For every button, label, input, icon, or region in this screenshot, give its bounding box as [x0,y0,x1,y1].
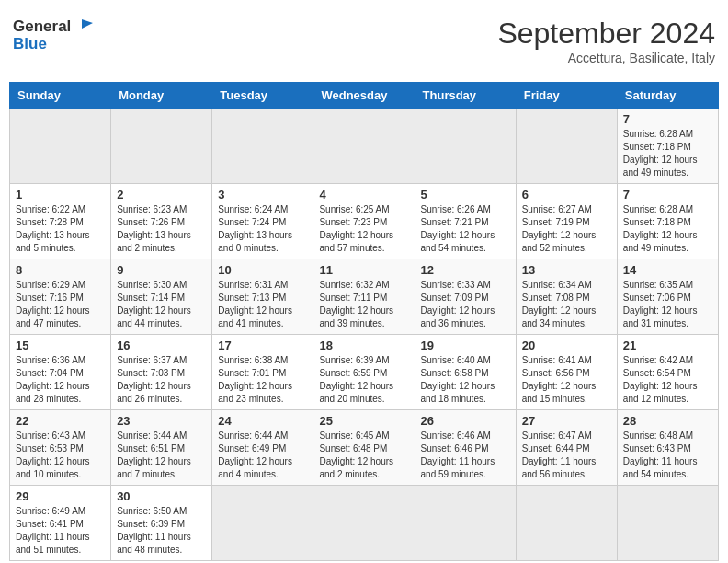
day-info: Sunrise: 6:50 AM Sunset: 6:39 PM Dayligh… [117,505,206,557]
calendar-cell-day-29: 29 Sunrise: 6:49 AM Sunset: 6:41 PM Dayl… [10,486,111,561]
day-number: 24 [218,414,307,428]
sunset-text: Sunset: 6:39 PM [117,518,206,531]
daylight-text: Daylight: 11 hours and 56 minutes. [522,455,611,481]
title-area: September 2024 Accettura, Basilicate, It… [497,17,715,65]
calendar-cell-day-2: 2 Sunrise: 6:23 AM Sunset: 7:26 PM Dayli… [111,184,212,259]
daylight-text: Daylight: 12 hours and 28 minutes. [16,380,105,406]
calendar-cell-day-9: 9 Sunrise: 6:30 AM Sunset: 7:14 PM Dayli… [111,259,212,335]
day-number: 25 [319,414,408,428]
day-number: 15 [16,339,105,352]
day-number: 6 [522,188,611,201]
sunrise-text: Sunrise: 6:35 AM [623,279,712,292]
calendar-cell-day-14: 14 Sunrise: 6:35 AM Sunset: 7:06 PM Dayl… [617,259,718,335]
day-number: 12 [421,263,510,277]
calendar-cell-day-27: 27 Sunrise: 6:47 AM Sunset: 6:44 PM Dayl… [516,410,617,486]
calendar-cell-day-18: 18 Sunrise: 6:39 AM Sunset: 6:59 PM Dayl… [313,335,415,410]
day-info: Sunrise: 6:31 AM Sunset: 7:13 PM Dayligh… [218,279,307,330]
sunrise-text: Sunrise: 6:36 AM [16,354,105,367]
daylight-text: Daylight: 13 hours and 5 minutes. [16,229,105,255]
calendar-cell-day-28: 28 Sunrise: 6:48 AM Sunset: 6:43 PM Dayl… [617,410,718,486]
sunrise-text: Sunrise: 6:30 AM [117,279,206,292]
sunset-text: Sunset: 6:43 PM [623,442,712,455]
daylight-text: Daylight: 12 hours and 4 minutes. [218,455,307,481]
day-number: 11 [319,263,408,277]
sunset-text: Sunset: 6:54 PM [623,367,712,380]
sunset-text: Sunset: 6:58 PM [421,367,510,380]
daylight-text: Daylight: 13 hours and 0 minutes. [218,229,307,255]
daylight-text: Daylight: 12 hours and 31 minutes. [623,304,712,330]
day-info: Sunrise: 6:23 AM Sunset: 7:26 PM Dayligh… [117,203,206,255]
daylight-text: Daylight: 11 hours and 54 minutes. [623,455,712,481]
sunrise-text: Sunrise: 6:26 AM [421,203,510,216]
day-number: 18 [319,339,408,352]
daylight-text: Daylight: 12 hours and 47 minutes. [16,304,105,330]
daylight-text: Daylight: 12 hours and 49 minutes. [623,154,712,179]
day-number: 28 [623,414,712,428]
day-info: Sunrise: 6:42 AM Sunset: 6:54 PM Dayligh… [623,354,712,406]
calendar-cell-day-15: 15 Sunrise: 6:36 AM Sunset: 7:04 PM Dayl… [10,335,111,410]
weekday-header-saturday: Saturday [617,83,718,109]
logo-blue-text: Blue [13,35,95,53]
day-info: Sunrise: 6:37 AM Sunset: 7:03 PM Dayligh… [117,354,206,406]
sunrise-text: Sunrise: 6:49 AM [16,505,105,518]
sunset-text: Sunset: 7:24 PM [218,216,307,229]
weekday-header-sunday: Sunday [10,83,111,109]
day-number: 23 [117,414,206,428]
calendar-cell-empty [415,486,516,561]
calendar-cell-day-12: 12 Sunrise: 6:33 AM Sunset: 7:09 PM Dayl… [415,259,516,335]
daylight-text: Daylight: 12 hours and 49 minutes. [623,229,712,255]
daylight-text: Daylight: 12 hours and 57 minutes. [319,229,408,255]
sunrise-text: Sunrise: 6:25 AM [319,203,408,216]
sunset-text: Sunset: 7:04 PM [16,367,105,380]
calendar-cell-day-7: 7 Sunrise: 6:28 AM Sunset: 7:18 PM Dayli… [617,109,718,184]
day-info: Sunrise: 6:44 AM Sunset: 6:49 PM Dayligh… [218,430,307,481]
sunset-text: Sunset: 7:28 PM [16,216,105,229]
sunrise-text: Sunrise: 6:48 AM [623,430,712,442]
daylight-text: Daylight: 12 hours and 18 minutes. [421,380,510,406]
sunset-text: Sunset: 7:26 PM [117,216,206,229]
logo-flag-icon [74,17,95,37]
calendar-cell-day-16: 16 Sunrise: 6:37 AM Sunset: 7:03 PM Dayl… [111,335,212,410]
calendar-cell-empty [313,109,415,184]
sunset-text: Sunset: 6:59 PM [319,367,408,380]
calendar-cell-day-13: 13 Sunrise: 6:34 AM Sunset: 7:08 PM Dayl… [516,259,617,335]
sunset-text: Sunset: 6:51 PM [117,442,206,455]
daylight-text: Daylight: 12 hours and 54 minutes. [421,229,510,255]
location-title: Accettura, Basilicate, Italy [497,51,715,65]
sunrise-text: Sunrise: 6:50 AM [117,505,206,518]
sunrise-text: Sunrise: 6:34 AM [522,279,611,292]
day-info: Sunrise: 6:27 AM Sunset: 7:19 PM Dayligh… [522,203,611,255]
daylight-text: Daylight: 11 hours and 51 minutes. [16,531,105,557]
sunrise-text: Sunrise: 6:38 AM [218,354,307,367]
daylight-text: Daylight: 12 hours and 41 minutes. [218,304,307,330]
day-info: Sunrise: 6:28 AM Sunset: 7:18 PM Dayligh… [623,203,712,255]
weekday-header-wednesday: Wednesday [313,83,415,109]
calendar-cell-day-11: 11 Sunrise: 6:32 AM Sunset: 7:11 PM Dayl… [313,259,415,335]
calendar-row-0: 7 Sunrise: 6:28 AM Sunset: 7:18 PM Dayli… [10,109,719,184]
daylight-text: Daylight: 11 hours and 59 minutes. [421,455,510,481]
day-number: 17 [218,339,307,352]
day-info: Sunrise: 6:39 AM Sunset: 6:59 PM Dayligh… [319,354,408,406]
calendar-cell-day-6: 6 Sunrise: 6:27 AM Sunset: 7:19 PM Dayli… [516,184,617,259]
daylight-text: Daylight: 12 hours and 39 minutes. [319,304,408,330]
calendar-cell-day-21: 21 Sunrise: 6:42 AM Sunset: 6:54 PM Dayl… [617,335,718,410]
day-number: 7 [623,188,712,201]
sunset-text: Sunset: 7:03 PM [117,367,206,380]
sunrise-text: Sunrise: 6:32 AM [319,279,408,292]
sunrise-text: Sunrise: 6:23 AM [117,203,206,216]
logo-general-text: General [13,17,71,36]
calendar-cell-day-23: 23 Sunrise: 6:44 AM Sunset: 6:51 PM Dayl… [111,410,212,486]
sunrise-text: Sunrise: 6:33 AM [421,279,510,292]
day-info: Sunrise: 6:30 AM Sunset: 7:14 PM Dayligh… [117,279,206,330]
sunrise-text: Sunrise: 6:42 AM [623,354,712,367]
sunset-text: Sunset: 6:48 PM [319,442,408,455]
calendar-cell-empty [10,109,111,184]
daylight-text: Daylight: 12 hours and 7 minutes. [117,455,206,481]
day-number: 8 [16,263,105,277]
calendar-cell-empty [516,486,617,561]
daylight-text: Daylight: 12 hours and 44 minutes. [117,304,206,330]
sunset-text: Sunset: 6:49 PM [218,442,307,455]
calendar-table: SundayMondayTuesdayWednesdayThursdayFrid… [9,82,719,561]
calendar-cell-day-10: 10 Sunrise: 6:31 AM Sunset: 7:13 PM Dayl… [212,259,313,335]
calendar-cell-day-30: 30 Sunrise: 6:50 AM Sunset: 6:39 PM Dayl… [111,486,212,561]
